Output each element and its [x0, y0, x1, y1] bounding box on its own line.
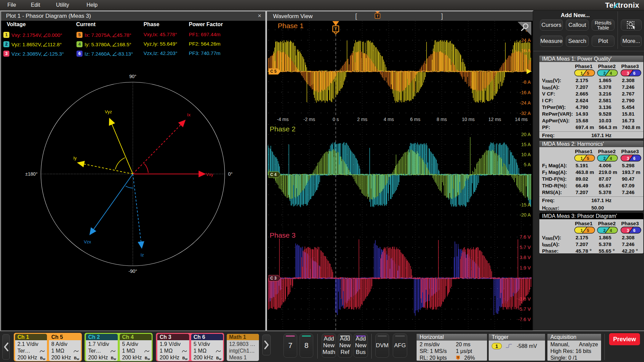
svg-text:-20 A: -20 A: [520, 212, 531, 218]
svg-text:C 4: C 4: [270, 172, 277, 177]
svg-text:3.8 V: 3.8 V: [520, 255, 531, 260]
svg-text:6 ms: 6 ms: [410, 117, 420, 122]
svg-text:C 5: C 5: [270, 69, 277, 74]
svg-text:Iy: Iy: [73, 156, 77, 161]
svg-text:20 A: 20 A: [521, 132, 531, 137]
svg-text:2 ms: 2 ms: [357, 117, 367, 122]
svg-text:6: 6: [633, 228, 636, 233]
svg-text:1.9 V: 1.9 V: [520, 265, 531, 270]
svg-text:4: 4: [610, 156, 612, 161]
svg-text:10 ms: 10 ms: [462, 117, 475, 122]
svg-text:16 A: 16 A: [521, 48, 531, 53]
svg-text:3: 3: [627, 156, 629, 161]
svg-text:24 A: 24 A: [521, 38, 531, 43]
svg-text:Waveform View: Waveform View: [273, 13, 313, 19]
svg-text:0 s: 0 s: [333, 117, 339, 122]
svg-text:Phase 3: Phase 3: [270, 231, 296, 239]
svg-text:5: 5: [587, 156, 589, 161]
svg-text:4: 4: [610, 228, 612, 233]
svg-text:-90°: -90°: [128, 268, 137, 274]
svg-text:T: T: [376, 14, 379, 18]
svg-text:2: 2: [603, 71, 606, 76]
svg-text:-16 A: -16 A: [520, 90, 531, 95]
svg-text:C 3: C 3: [270, 276, 277, 281]
svg-text:]: ]: [441, 12, 443, 20]
svg-text:Vyz: Vyz: [105, 109, 112, 114]
svg-text:90°: 90°: [129, 74, 136, 79]
svg-text:14 ms: 14 ms: [515, 117, 528, 122]
svg-text:1: 1: [581, 156, 583, 161]
svg-text:1: 1: [581, 228, 583, 233]
svg-text:15 A: 15 A: [521, 142, 531, 147]
svg-text:Vzx: Vzx: [84, 239, 91, 244]
svg-text:4 ms: 4 ms: [384, 117, 394, 122]
svg-text:T: T: [334, 26, 337, 32]
svg-text:3: 3: [627, 71, 629, 76]
svg-text:12 ms: 12 ms: [488, 117, 501, 122]
svg-text:5.7 V: 5.7 V: [520, 245, 531, 250]
svg-text:8 ms: 8 ms: [437, 117, 447, 122]
svg-text:-8 A: -8 A: [522, 79, 531, 85]
svg-text:-4 ms: -4 ms: [277, 117, 289, 122]
svg-text:±180°: ±180°: [25, 171, 38, 177]
svg-text:T: T: [457, 356, 459, 359]
svg-text:0°: 0°: [228, 171, 232, 177]
svg-text:7.6 V: 7.6 V: [520, 234, 531, 240]
svg-text:-15 A: -15 A: [520, 202, 531, 207]
svg-text:Ix: Ix: [187, 112, 191, 117]
svg-text:Vxy: Vxy: [206, 172, 213, 177]
svg-text:5: 5: [587, 228, 589, 233]
svg-text:10 A: 10 A: [521, 152, 531, 157]
svg-text:[: [: [355, 12, 357, 20]
svg-text:6: 6: [633, 71, 636, 76]
svg-text:Phase 1: Phase 1: [278, 22, 304, 29]
svg-text:-7.6 V: -7.6 V: [518, 317, 531, 322]
svg-text:5: 5: [587, 71, 589, 76]
svg-text:2: 2: [603, 156, 606, 161]
svg-text:-2 ms: -2 ms: [304, 117, 315, 122]
svg-text:-3.8 V: -3.8 V: [518, 296, 531, 302]
svg-text:-24 A: -24 A: [520, 100, 531, 106]
svg-text:3: 3: [627, 228, 629, 233]
svg-text:Phase 2: Phase 2: [270, 125, 296, 133]
svg-text:5 A: 5 A: [524, 162, 531, 167]
svg-text:6: 6: [633, 156, 636, 161]
svg-text:-32 A: -32 A: [520, 111, 531, 116]
svg-text:-5.7 V: -5.7 V: [518, 306, 531, 312]
svg-text:4: 4: [610, 71, 612, 76]
svg-text:Iz: Iz: [141, 252, 144, 257]
svg-text:1: 1: [581, 71, 583, 76]
svg-text:2: 2: [603, 228, 606, 233]
